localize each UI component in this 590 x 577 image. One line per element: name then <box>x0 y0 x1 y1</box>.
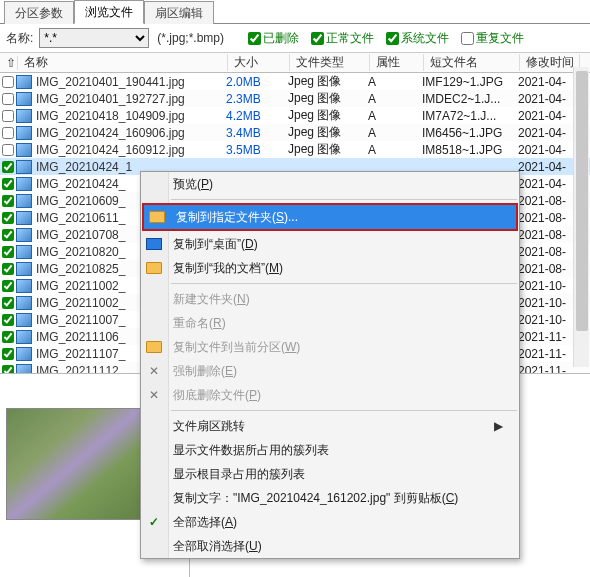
row-checkbox[interactable] <box>2 297 14 309</box>
column-header-row: ⇧ 名称 大小 文件类型 属性 短文件名 修改时间 <box>0 53 590 73</box>
cell-date: 2021-04- <box>518 177 578 191</box>
filter-normal[interactable]: 正常文件 <box>311 30 374 47</box>
menu-item[interactable]: 复制到“桌面”(D) <box>141 232 519 256</box>
folder-icon <box>146 262 162 274</box>
menu-item-label: 文件扇区跳转 <box>173 418 245 435</box>
row-checkbox[interactable] <box>2 314 14 326</box>
row-checkbox[interactable] <box>2 365 14 374</box>
image-file-icon <box>16 160 32 174</box>
image-file-icon <box>16 364 32 374</box>
row-checkbox[interactable] <box>2 229 14 241</box>
table-row[interactable]: IMG_20210401_190441.jpg2.0MBJpeg 图像AIMF1… <box>0 73 590 90</box>
cell-short: IM6456~1.JPG <box>422 126 518 140</box>
image-file-icon <box>16 347 32 361</box>
filter-normal-checkbox[interactable] <box>311 32 324 45</box>
tab-browse-files[interactable]: 浏览文件 <box>74 0 144 24</box>
menu-separator <box>171 410 517 411</box>
menu-item[interactable]: 文件扇区跳转▶ <box>141 414 519 438</box>
cell-date: 2021-04- <box>518 126 578 140</box>
menu-item[interactable]: 全部取消选择(U) <box>141 534 519 558</box>
cell-date: 2021-08- <box>518 245 578 259</box>
row-checkbox[interactable] <box>2 331 14 343</box>
menu-item[interactable]: 复制到指定文件夹(S)... <box>142 203 518 231</box>
tab-partition-params[interactable]: 分区参数 <box>4 1 74 24</box>
row-checkbox-wrap <box>0 365 16 374</box>
file-name-text: IMG_20211107_ <box>36 347 125 361</box>
col-header-date[interactable]: 修改时间 <box>520 54 580 71</box>
cell-attr: A <box>368 109 422 123</box>
row-checkbox[interactable] <box>2 263 14 275</box>
table-row[interactable]: IMG_20210424_160912.jpg3.5MBJpeg 图像AIM85… <box>0 141 590 158</box>
vertical-scrollbar[interactable] <box>573 67 589 367</box>
cell-type: Jpeg 图像 <box>288 141 368 158</box>
menu-item: ✕强制删除(E) <box>141 359 519 383</box>
row-checkbox[interactable] <box>2 127 14 139</box>
filter-duplicate-checkbox[interactable] <box>461 32 474 45</box>
image-file-icon <box>16 143 32 157</box>
menu-item[interactable]: ✓全部选择(A) <box>141 510 519 534</box>
up-arrow-icon[interactable]: ⇧ <box>0 56 18 70</box>
cell-date: 2021-08- <box>518 211 578 225</box>
row-checkbox[interactable] <box>2 144 14 156</box>
row-checkbox[interactable] <box>2 195 14 207</box>
cell-attr: A <box>368 92 422 106</box>
col-header-name[interactable]: 名称 <box>18 54 228 71</box>
row-checkbox[interactable] <box>2 348 14 360</box>
menu-item-label: 预览(P) <box>173 176 213 193</box>
filter-system[interactable]: 系统文件 <box>386 30 449 47</box>
row-checkbox[interactable] <box>2 212 14 224</box>
cell-size: 4.2MB <box>226 109 288 123</box>
tab-sector-edit[interactable]: 扇区编辑 <box>144 1 214 24</box>
table-row[interactable]: IMG_20210424_160906.jpg3.4MBJpeg 图像AIM64… <box>0 124 590 141</box>
tab-label: 扇区编辑 <box>155 6 203 20</box>
menu-item[interactable]: 复制文字："IMG_20210424_161202.jpg" 到剪贴板(C) <box>141 486 519 510</box>
filter-deleted[interactable]: 已删除 <box>248 30 299 47</box>
row-checkbox[interactable] <box>2 161 14 173</box>
col-header-attr[interactable]: 属性 <box>370 54 424 71</box>
image-file-icon <box>16 330 32 344</box>
row-checkbox-wrap <box>0 280 16 292</box>
cell-attr: A <box>368 75 422 89</box>
row-checkbox[interactable] <box>2 76 14 88</box>
table-row[interactable]: IMG_20210418_104909.jpg4.2MBJpeg 图像AIM7A… <box>0 107 590 124</box>
row-checkbox[interactable] <box>2 246 14 258</box>
col-header-short[interactable]: 短文件名 <box>424 54 520 71</box>
row-checkbox-wrap <box>0 93 16 105</box>
filter-duplicate[interactable]: 重复文件 <box>461 30 524 47</box>
menu-item-label: 复制文字："IMG_20210424_161202.jpg" 到剪贴板(C) <box>173 490 458 507</box>
context-menu: 预览(P)复制到指定文件夹(S)...复制到“桌面”(D)复制到“我的文档”(M… <box>140 171 520 559</box>
filter-deleted-checkbox[interactable] <box>248 32 261 45</box>
row-checkbox-wrap <box>0 297 16 309</box>
row-checkbox[interactable] <box>2 280 14 292</box>
image-file-icon <box>16 109 32 123</box>
cell-size: 2.3MB <box>226 92 288 106</box>
delete-icon: ✕ <box>146 387 162 403</box>
cell-date: 2021-11- <box>518 347 578 361</box>
menu-item[interactable]: 显示文件数据所占用的簇列表 <box>141 438 519 462</box>
menu-item-label: 复制到指定文件夹(S)... <box>176 209 298 226</box>
menu-item[interactable]: 复制到“我的文档”(M) <box>141 256 519 280</box>
scrollbar-thumb[interactable] <box>576 71 588 331</box>
row-checkbox[interactable] <box>2 93 14 105</box>
name-filter-combo[interactable]: *.* <box>39 28 149 48</box>
cell-size: 3.4MB <box>226 126 288 140</box>
row-checkbox-wrap <box>0 178 16 190</box>
col-header-size[interactable]: 大小 <box>228 54 290 71</box>
row-checkbox[interactable] <box>2 110 14 122</box>
filter-system-checkbox[interactable] <box>386 32 399 45</box>
cell-type: Jpeg 图像 <box>288 90 368 107</box>
image-file-icon <box>16 75 32 89</box>
file-name-text: IMG_20210611_ <box>36 211 125 225</box>
menu-item[interactable]: 预览(P) <box>141 172 519 196</box>
table-row[interactable]: IMG_20210401_192727.jpg2.3MBJpeg 图像AIMDE… <box>0 90 590 107</box>
image-file-icon <box>16 313 32 327</box>
menu-item[interactable]: 显示根目录占用的簇列表 <box>141 462 519 486</box>
col-header-type[interactable]: 文件类型 <box>290 54 370 71</box>
cell-name: IMG_20210424_160906.jpg <box>16 126 226 140</box>
cell-date: 2021-04- <box>518 160 578 174</box>
row-checkbox[interactable] <box>2 178 14 190</box>
cell-date: 2021-11- <box>518 330 578 344</box>
filter-label: 重复文件 <box>476 30 524 47</box>
menu-item-label: 显示文件数据所占用的簇列表 <box>173 442 329 459</box>
file-name-text: IMG_20211002_ <box>36 279 125 293</box>
